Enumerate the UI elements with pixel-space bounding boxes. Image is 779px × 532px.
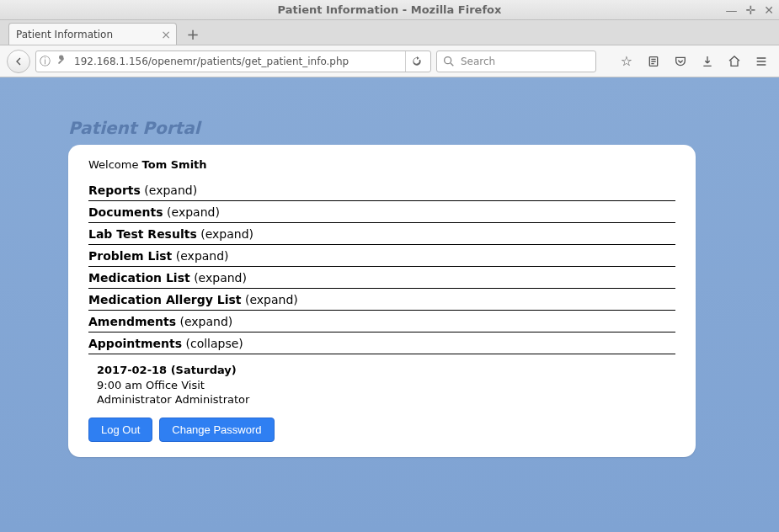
tab-close-icon[interactable]: ×: [161, 28, 171, 41]
close-window-icon[interactable]: ✕: [764, 3, 774, 17]
section-label: Reports: [88, 184, 141, 197]
search-icon: [442, 55, 456, 68]
url-text: 192.168.1.156/openemr/patients/get_patie…: [74, 56, 400, 67]
section-documents[interactable]: Documents (expand): [88, 201, 675, 223]
section-problem-list[interactable]: Problem List (expand): [88, 245, 675, 267]
maximize-icon[interactable]: ✛: [746, 3, 756, 17]
appointment-date: 2017-02-18 (Saturday): [97, 363, 675, 378]
appointment-time: 9:00 am Office Visit: [97, 378, 675, 393]
portal-heading: Patient Portal: [68, 118, 200, 138]
back-button[interactable]: [7, 50, 30, 73]
section-lab-test-results[interactable]: Lab Test Results (expand): [88, 223, 675, 245]
section-label: Appointments: [88, 337, 182, 350]
nav-toolbar: ⓘ 192.168.1.156/openemr/patients/get_pat…: [0, 45, 779, 77]
browser-tab[interactable]: Patient Information ×: [8, 23, 177, 45]
tab-title: Patient Information: [16, 29, 113, 40]
downloads-icon[interactable]: [700, 55, 715, 68]
section-label: Amendments: [88, 315, 176, 328]
button-row: Log Out Change Password: [88, 418, 675, 442]
section-reports[interactable]: Reports (expand): [88, 179, 675, 201]
portal-card: Welcome Tom Smith Reports (expand) Docum…: [68, 145, 696, 457]
window-title: Patient Information - Mozilla Firefox: [278, 3, 502, 16]
url-bar[interactable]: ⓘ 192.168.1.156/openemr/patients/get_pat…: [35, 51, 431, 72]
search-placeholder: Search: [461, 56, 495, 67]
appointment-provider: Administrator Administrator: [97, 392, 675, 407]
new-tab-button[interactable]: +: [182, 23, 204, 45]
section-medication-list[interactable]: Medication List (expand): [88, 267, 675, 289]
change-password-button[interactable]: Change Password: [159, 418, 274, 442]
section-state: (expand): [167, 205, 220, 219]
pocket-icon[interactable]: [673, 55, 688, 68]
home-icon[interactable]: [727, 55, 742, 68]
site-permission-icon[interactable]: [56, 53, 69, 69]
section-label: Problem List: [88, 249, 172, 263]
reload-icon: [410, 55, 424, 68]
window-controls: — ✛ ✕: [726, 0, 774, 19]
section-state: (expand): [194, 271, 247, 285]
bookmark-star-icon[interactable]: ☆: [619, 53, 634, 69]
section-amendments[interactable]: Amendments (expand): [88, 311, 675, 332]
toolbar-icons: ☆: [601, 53, 772, 69]
svg-point-0: [445, 56, 451, 63]
reading-list-icon[interactable]: [646, 55, 661, 68]
welcome-prefix: Welcome: [88, 158, 142, 171]
section-label: Lab Test Results: [88, 227, 197, 241]
window-titlebar: Patient Information - Mozilla Firefox — …: [0, 0, 779, 20]
minimize-icon[interactable]: —: [726, 3, 738, 17]
arrow-left-icon: [12, 55, 25, 68]
search-bar[interactable]: Search: [436, 51, 596, 72]
section-label: Medication Allergy List: [88, 293, 242, 306]
reload-button[interactable]: [405, 51, 427, 72]
patient-name: Tom Smith: [142, 158, 207, 171]
section-state: (collapse): [185, 337, 243, 350]
section-state: (expand): [179, 315, 232, 328]
menu-icon[interactable]: [754, 55, 769, 68]
section-state: (expand): [245, 293, 298, 306]
section-state: (expand): [144, 184, 197, 197]
site-info-icon[interactable]: ⓘ: [40, 54, 51, 69]
page-viewport: Patient Portal Welcome Tom Smith Reports…: [0, 77, 779, 532]
logout-button[interactable]: Log Out: [88, 418, 152, 442]
section-label: Documents: [88, 205, 163, 219]
section-state: (expand): [200, 227, 253, 241]
appointment-detail: 2017-02-18 (Saturday) 9:00 am Office Vis…: [88, 354, 675, 407]
tab-strip: Patient Information × +: [0, 20, 779, 45]
section-appointments[interactable]: Appointments (collapse): [88, 332, 675, 354]
section-medication-allergy-list[interactable]: Medication Allergy List (expand): [88, 289, 675, 311]
section-state: (expand): [176, 249, 229, 263]
welcome-line: Welcome Tom Smith: [88, 158, 675, 171]
section-label: Medication List: [88, 271, 190, 285]
